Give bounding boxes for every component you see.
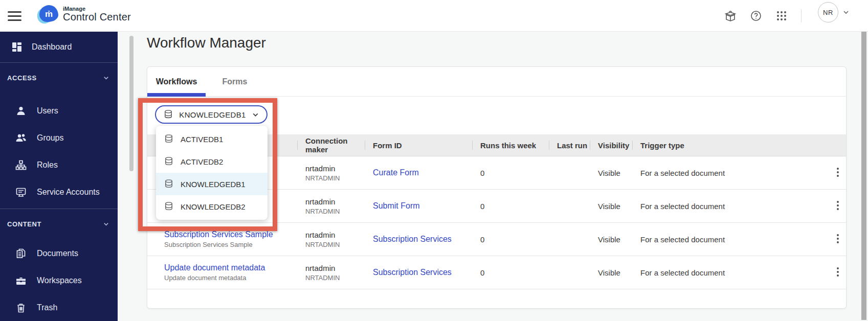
documents-icon <box>15 248 27 259</box>
header-visibility: Visibility <box>590 134 632 156</box>
sidebar-item-dashboard[interactable]: Dashboard <box>0 35 118 59</box>
connection-maker-cell: nrtadminNRTADMIN <box>297 197 365 215</box>
access-items: Users Groups Roles Service Accounts <box>0 97 118 205</box>
workflow-subtitle: Subscription Services Sample <box>164 241 297 248</box>
app-window: ṁ iManage Control Center NR <box>0 0 868 321</box>
workflow-name-link[interactable]: Subscription Services Sample <box>164 230 273 239</box>
header-last-run: Last run <box>549 134 590 156</box>
brand-name-large: Control Center <box>63 12 131 22</box>
page-title: Workflow Manager <box>147 35 266 51</box>
form-id-link[interactable]: Submit Form <box>373 201 420 210</box>
trigger-type-cell: For a selected document <box>632 202 829 211</box>
form-id-link[interactable]: Curate Form <box>373 168 419 177</box>
visibility-cell: Visible <box>590 235 632 244</box>
row-actions-kebab-icon[interactable] <box>833 266 842 278</box>
connection-maker-name: nrtadmin <box>305 197 365 206</box>
sidebar-item-documents[interactable]: Documents <box>0 240 118 267</box>
runs-this-week-cell: 0 <box>472 235 549 244</box>
form-id-cell: Subscription Services <box>365 235 472 244</box>
connection-maker-library: NRTADMIN <box>305 174 365 182</box>
sidebar-item-label: Dashboard <box>32 42 72 52</box>
sidebar-item-label: Documents <box>37 249 78 258</box>
chevron-down-icon <box>103 75 109 81</box>
sidebar-item-label: Roles <box>37 161 58 170</box>
row-actions-kebab-icon[interactable] <box>833 200 842 211</box>
user-icon <box>15 105 27 117</box>
sidebar-item-roles[interactable]: Roles <box>0 151 118 178</box>
dropdown-option-label: KNOWLEDGEDB2 <box>181 202 246 211</box>
form-id-cell: Curate Form <box>365 168 472 177</box>
dropdown-option-knowledgedb2[interactable]: KNOWLEDGEDB2 <box>156 195 268 218</box>
header-form-id: Form ID <box>365 134 472 156</box>
dropdown-option-knowledgedb1[interactable]: KNOWLEDGEDB1 <box>156 173 268 195</box>
sidebar-item-label: Groups <box>37 133 63 143</box>
imanage-logo-icon: ṁ <box>37 4 59 25</box>
monitor-icon <box>15 187 27 198</box>
database-selector-value: KNOWLEDGEDB1 <box>179 110 246 119</box>
sidebar-item-label: Service Accounts <box>37 188 100 197</box>
workflow-name-link[interactable]: Update document metadata <box>164 263 265 272</box>
trigger-type-cell: For a selected document <box>632 235 829 244</box>
apps-grid-icon[interactable] <box>775 10 788 22</box>
sidebar-item-trash[interactable]: Trash <box>0 294 118 321</box>
sidebar-scrollbar[interactable] <box>129 36 133 171</box>
topbar-divider <box>801 9 802 22</box>
database-icon <box>164 179 174 189</box>
section-label: CONTENT <box>7 220 41 228</box>
account-chevron-down-icon[interactable] <box>842 9 850 16</box>
content-items: Documents Workspaces Trash <box>0 240 118 321</box>
row-actions-kebab-icon[interactable] <box>833 233 842 244</box>
trash-icon <box>15 302 27 313</box>
visibility-cell: Visible <box>590 202 632 211</box>
dropdown-option-activedb2[interactable]: ACTIVEDB2 <box>156 150 268 173</box>
help-icon[interactable] <box>750 10 762 22</box>
sidebar-divider <box>0 62 118 63</box>
database-icon <box>164 156 174 167</box>
database-icon <box>164 134 174 144</box>
row-actions-kebab-icon[interactable] <box>833 167 842 178</box>
sidebar-section-access[interactable]: ACCESS <box>0 69 118 86</box>
whats-new-gift-icon[interactable] <box>724 10 737 22</box>
roles-hierarchy-icon <box>15 159 27 171</box>
runs-this-week-cell: 0 <box>472 169 549 177</box>
groups-icon <box>15 132 27 144</box>
database-icon <box>163 109 173 120</box>
dropdown-option-label: KNOWLEDGEDB1 <box>181 180 246 189</box>
workflow-name-cell: Update document metadataUpdate document … <box>147 263 297 282</box>
database-selector[interactable]: KNOWLEDGEDB1 <box>155 105 268 124</box>
sidebar-section-content[interactable]: CONTENT <box>0 215 118 233</box>
workflow-name-cell: Subscription Services SampleSubscription… <box>147 230 297 248</box>
hamburger-menu-icon[interactable] <box>8 7 22 25</box>
connection-maker-cell: nrtadminNRTADMIN <box>297 164 365 182</box>
tab-bar: Workflows Forms <box>147 67 846 97</box>
runs-this-week-cell: 0 <box>472 268 549 277</box>
form-id-link[interactable]: Subscription Services <box>373 235 452 243</box>
top-bar: ṁ iManage Control Center NR <box>0 0 868 32</box>
trigger-type-cell: For a selected document <box>632 169 829 177</box>
chevron-down-icon <box>252 111 259 119</box>
connection-maker-cell: nrtadminNRTADMIN <box>297 231 365 248</box>
sidebar-item-groups[interactable]: Groups <box>0 124 118 151</box>
header-connection-maker: Connection maker <box>297 134 365 156</box>
dashboard-icon <box>11 41 23 53</box>
dropdown-option-activedb1[interactable]: ACTIVEDB1 <box>156 128 268 150</box>
tab-workflows[interactable]: Workflows <box>147 67 206 96</box>
row-actions-cell <box>829 167 846 179</box>
dropdown-option-label: ACTIVEDB2 <box>181 157 223 166</box>
form-id-link[interactable]: Subscription Services <box>373 268 452 277</box>
tab-forms[interactable]: Forms <box>206 67 264 96</box>
row-actions-cell <box>829 233 846 246</box>
sidebar-item-users[interactable]: Users <box>0 97 118 124</box>
connection-maker-library: NRTADMIN <box>305 274 365 282</box>
visibility-cell: Visible <box>590 169 632 177</box>
page-scrollbar[interactable] <box>861 32 866 320</box>
form-id-cell: Submit Form <box>365 201 472 211</box>
sidebar-item-service-accounts[interactable]: Service Accounts <box>0 178 118 205</box>
workflow-subtitle: Update document metadata <box>164 274 297 282</box>
header-trigger-type: Trigger type <box>632 134 829 156</box>
sidebar-item-workspaces[interactable]: Workspaces <box>0 267 118 294</box>
table-row: Update document metadataUpdate document … <box>147 256 846 289</box>
user-avatar[interactable]: NR <box>818 2 838 22</box>
connection-maker-library: NRTADMIN <box>305 208 365 215</box>
sidebar-item-label: Workspaces <box>37 276 82 285</box>
